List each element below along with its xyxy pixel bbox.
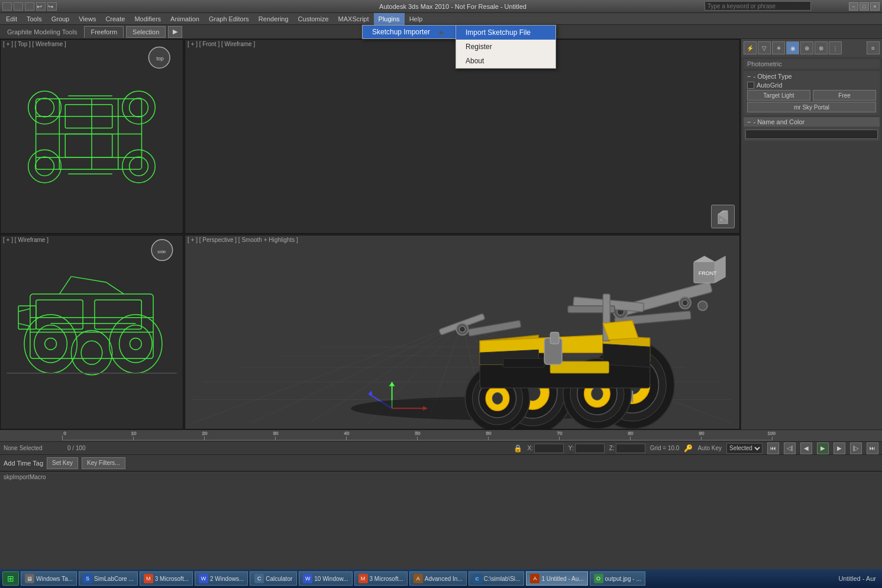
svg-point-128 [698, 301, 707, 311]
minus-icon: − [747, 73, 751, 80]
svg-point-2 [122, 91, 156, 124]
taskbar-windows-ta[interactable]: 🖥 Windows Ta... [21, 571, 77, 586]
rp-icon-settings[interactable]: ≡ [867, 41, 880, 54]
taskbar-microsoft-1[interactable]: M 3 Microsoft... [140, 571, 193, 586]
target-light-button[interactable]: Target Light [747, 90, 810, 101]
viewport-front-label: [ + ] [ Front ] [ Wireframe ] [188, 41, 255, 47]
menu-item-customize[interactable]: Customize [293, 13, 334, 25]
rp-icon-system[interactable]: ⋮ [829, 41, 842, 54]
menu-item-grapheditors[interactable]: Graph Editors [204, 13, 254, 25]
viewport-perspective[interactable]: [ + ] [ Perspective ] [ Smooth + Highlig… [185, 235, 740, 429]
taskbar-untitled-au[interactable]: A 1 Untitled - Au... [526, 571, 587, 586]
svg-rect-121 [503, 358, 544, 367]
taskbar-microsoft-2[interactable]: M 3 Microsoft... [354, 571, 408, 586]
svg-point-5 [35, 98, 54, 117]
svg-rect-16 [65, 134, 112, 158]
taskbar-icon-5: W [303, 574, 312, 583]
autogrid-checkbox[interactable] [747, 82, 754, 89]
lock-icon: 🔒 [513, 444, 522, 453]
taskbar-simlab-path[interactable]: C C:\simlab\Si... [469, 571, 525, 586]
freeform-tab[interactable]: Freeform [84, 26, 124, 38]
rp-icon-camera[interactable]: ◉ [786, 41, 799, 54]
mr-sky-portal-button[interactable]: mr Sky Portal [747, 102, 876, 112]
plugins-menu-sketchup[interactable]: Sketchup Importer ▶ [363, 25, 456, 38]
rp-icon-helper[interactable]: ⊕ [800, 41, 813, 54]
menu-item-plugins[interactable]: Plugins [374, 13, 405, 25]
macro-text: skpImportMacro [4, 474, 46, 480]
minimize-button[interactable]: − [849, 2, 858, 11]
rp-icon-light[interactable]: ☀ [772, 41, 785, 54]
taskbar-windows[interactable]: W 2 Windows... [195, 571, 248, 586]
name-field[interactable] [745, 130, 878, 139]
next-frame-button[interactable]: ▶ [833, 442, 845, 454]
object-type-header[interactable]: − - Object Type [747, 73, 876, 80]
next-key-button[interactable]: |▷ [850, 442, 862, 454]
x-input[interactable] [534, 444, 564, 453]
viewport-side[interactable]: [ + ] [ Wireframe ] [0, 235, 183, 429]
go-start-button[interactable]: ⏮ [767, 442, 779, 454]
menu-item-edit[interactable]: Edit [1, 13, 22, 25]
menu-item-group[interactable]: Group [47, 13, 75, 25]
svg-marker-140 [694, 256, 715, 262]
lego-car-3d: FRONT [185, 235, 739, 429]
svg-point-113 [492, 393, 503, 405]
menu-item-tools[interactable]: Tools [22, 13, 47, 25]
menu-item-views[interactable]: Views [74, 13, 101, 25]
prev-frame-button[interactable]: ◀ [800, 442, 812, 454]
sketchup-register[interactable]: Register [456, 40, 555, 54]
menu-item-create[interactable]: Create [101, 13, 130, 25]
start-button[interactable]: ⊞ [2, 571, 19, 586]
taskbar-icon-10: O [594, 574, 603, 583]
selection-tab[interactable]: Selection [126, 26, 166, 38]
sketchup-import-file[interactable]: Import Sketchup File [456, 25, 555, 40]
viewport-top[interactable]: [ + ] [ Top ] [ Wireframe ] [0, 39, 183, 234]
timeline-svg: 0 10 20 30 40 50 60 70 80 90 1 [0, 429, 835, 441]
taskbar-advanced[interactable]: A Advanced In... [409, 571, 467, 586]
z-label: Z: [609, 445, 615, 451]
search-input[interactable] [705, 1, 811, 11]
taskbar-simlab[interactable]: S SimLabCore ... [79, 571, 138, 586]
menu-item-help[interactable]: Help [405, 13, 428, 25]
maximize-button[interactable]: □ [860, 2, 869, 11]
auto-key-select[interactable]: Selected [726, 443, 763, 454]
svg-marker-116 [480, 335, 603, 353]
menu-item-rendering[interactable]: Rendering [254, 13, 293, 25]
play-button[interactable]: ▶ [817, 442, 829, 454]
taskbar-icon-8: C [473, 574, 482, 583]
x-label: X: [527, 445, 532, 451]
close-button[interactable]: × [870, 2, 880, 11]
menu-item-animation[interactable]: Animation [166, 13, 204, 25]
svg-text:70: 70 [557, 431, 563, 436]
svg-point-48 [45, 338, 57, 350]
autogrid-row: AutoGrid [747, 82, 876, 89]
autogrid-label: AutoGrid [757, 82, 782, 89]
menu-item-modifiers[interactable]: Modifiers [130, 13, 166, 25]
app-icon3 [25, 2, 34, 11]
nav-cube-front[interactable]: F [711, 205, 735, 228]
taskbar-window-10[interactable]: W 10 Window... [299, 571, 352, 586]
y-input[interactable] [575, 444, 605, 453]
free-button[interactable]: Free [813, 90, 876, 101]
quick-access-undo[interactable]: ↩ [36, 2, 46, 11]
x-coord-field: X: [527, 444, 563, 453]
quick-access-redo[interactable]: ↪ [47, 2, 57, 11]
z-input[interactable] [616, 444, 645, 453]
taskbar-calculator[interactable]: C Calculator [250, 571, 297, 586]
auto-key-label: Auto Key [697, 445, 722, 451]
prev-key-button[interactable]: ◁| [784, 442, 796, 454]
name-color-header[interactable]: − - Name and Color [744, 117, 880, 127]
taskbar-icon-1: S [83, 574, 92, 583]
rp-icon-command[interactable]: ⚡ [744, 41, 757, 54]
rp-icon-shape[interactable]: ▽ [758, 41, 771, 54]
taskbar-output-jpg[interactable]: O output.jpg - ... [590, 571, 645, 586]
svg-text:side: side [157, 249, 166, 254]
sketchup-about[interactable]: About [456, 54, 555, 68]
rp-icon-space[interactable]: ⊗ [815, 41, 828, 54]
menu-item-maxscript[interactable]: MAXScript [334, 13, 374, 25]
video-icon[interactable]: ▶ [168, 26, 182, 38]
key-filters-button[interactable]: Key Filters... [82, 457, 125, 469]
set-key-button[interactable]: Set Key [47, 457, 78, 469]
go-end-button[interactable]: ⏭ [867, 442, 878, 454]
selection-status: None Selected [4, 445, 63, 451]
wireframe-top-svg: top [1, 40, 183, 233]
